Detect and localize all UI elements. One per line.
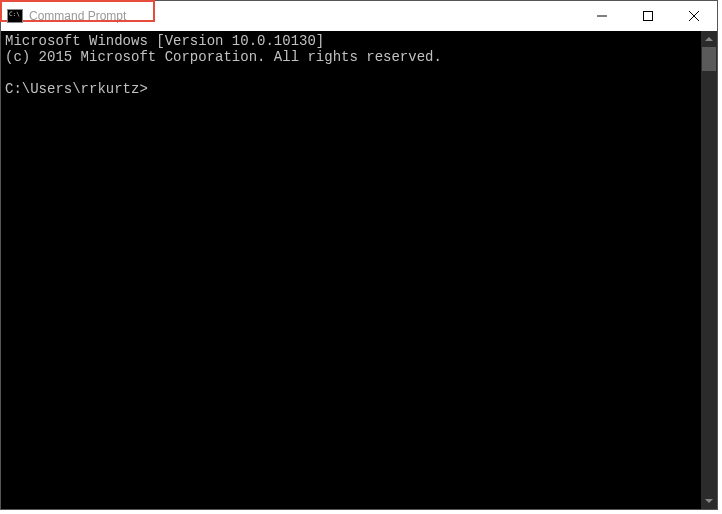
svg-marker-4: [705, 37, 713, 41]
window-title: Command Prompt: [29, 9, 126, 23]
terminal-content[interactable]: Microsoft Windows [Version 10.0.10130](c…: [1, 31, 701, 509]
command-prompt-icon: [7, 9, 23, 23]
terminal-line-copyright: (c) 2015 Microsoft Corporation. All righ…: [5, 49, 697, 65]
command-prompt-window: Command Prompt Microsoft Windows [Versio…: [0, 0, 718, 510]
scrollbar-down-arrow[interactable]: [701, 493, 717, 509]
titlebar[interactable]: Command Prompt: [1, 1, 717, 31]
close-button[interactable]: [671, 1, 717, 30]
terminal-line-version: Microsoft Windows [Version 10.0.10130]: [5, 33, 697, 49]
vertical-scrollbar[interactable]: [701, 31, 717, 509]
scrollbar-track[interactable]: [701, 47, 717, 493]
maximize-button[interactable]: [625, 1, 671, 30]
minimize-button[interactable]: [579, 1, 625, 30]
titlebar-left: Command Prompt: [1, 1, 126, 31]
scrollbar-up-arrow[interactable]: [701, 31, 717, 47]
terminal-blank-line: [5, 65, 697, 81]
terminal-prompt: C:\Users\rrkurtz>: [5, 81, 697, 97]
window-controls: [579, 1, 717, 30]
scrollbar-thumb[interactable]: [702, 47, 716, 71]
svg-rect-1: [644, 11, 653, 20]
svg-marker-5: [705, 499, 713, 503]
terminal-area[interactable]: Microsoft Windows [Version 10.0.10130](c…: [1, 31, 717, 509]
